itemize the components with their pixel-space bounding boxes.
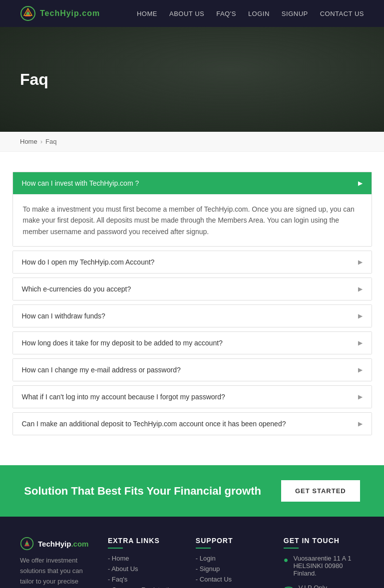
footer-extra-links-col: EXTRA LINKS - Home - About Us - Faq's - … [108,537,181,588]
faq-question-text-4: How long does it take for my deposit to … [22,339,223,347]
footer-address: Vuosaarentie 11 A 1 HELSINKI 00980 Finla… [293,555,364,577]
breadcrumb: Home › Faq [0,132,384,152]
faq-question-text-3: How can I withdraw funds? [22,312,105,320]
faq-arrow-5: ▶ [358,366,363,373]
faq-question-text-7: Can I make an additional deposit to Tech… [22,420,286,428]
nav-contact[interactable]: CONTACT US [320,10,364,17]
footer-logo-text: TechHyip.com [38,540,88,548]
svg-point-6 [25,543,28,545]
footer-link-about[interactable]: - About Us [108,565,181,573]
footer-contact-col: GET IN TOUCH ● Vuosaarentie 11 A 1 HELSI… [284,537,364,588]
footer-logo: TechHyip.com [20,537,93,551]
hero-background [0,27,384,132]
faq-item-7: Can I make an additional deposit to Tech… [12,412,372,435]
breadcrumb-home[interactable]: Home [20,138,37,145]
footer-support-signup[interactable]: - Signup [196,565,269,573]
faq-item-2: Which e-currencies do you accept?▶ [12,278,372,300]
faq-arrow-6: ▶ [358,393,363,400]
faq-question-4[interactable]: How long does it take for my deposit to … [13,332,372,354]
footer: TechHyip.com We offer investment solutio… [0,517,384,588]
faq-answer-0: To make a investment you must first beco… [13,194,372,246]
faq-arrow-0: ▶ [358,180,363,187]
logo[interactable]: TechHyip.com [20,5,100,21]
faq-arrow-3: ▶ [358,312,363,319]
footer-link-faq[interactable]: - Faq's [108,576,181,583]
faq-item-5: How can I change my e-mail address or pa… [12,358,372,381]
footer-logo-icon [20,537,34,551]
phone-icon: ☎ [284,585,294,588]
location-icon: ● [284,556,289,565]
footer-phone: V.I.P Only [299,584,327,588]
hero-title: Faq [20,70,48,89]
footer-support-login[interactable]: - Login [196,555,269,562]
footer-link-company-registration[interactable]: - Company Registration [108,586,181,588]
footer-address-item: ● Vuosaarentie 11 A 1 HELSINKI 00980 Fin… [284,555,364,577]
faq-question-text-6: What if I can't log into my account beca… [22,393,225,401]
faq-item-0: How can I invest with TechHyip.com ?▶To … [12,172,372,247]
get-started-button[interactable]: GET STARTED [281,480,360,502]
faq-question-1[interactable]: How do I open my TechHyip.com Account?▶ [13,251,372,273]
footer-support-contact[interactable]: - Contact Us [196,576,269,583]
nav-faqs[interactable]: FAQ'S [216,10,236,17]
footer-support-title: SUPPORT [196,537,269,549]
faq-question-text-1: How do I open my TechHyip.com Account? [22,258,155,266]
nav-signup[interactable]: SIGNUP [282,10,308,17]
faq-question-text-5: How can I change my e-mail address or pa… [22,366,181,374]
faq-arrow-1: ▶ [358,259,363,266]
faq-question-3[interactable]: How can I withdraw funds?▶ [13,305,372,327]
breadcrumb-separator: › [40,138,42,145]
faq-question-5[interactable]: How can I change my e-mail address or pa… [13,359,372,381]
footer-extra-links-title: EXTRA LINKS [108,537,181,549]
footer-about-col: TechHyip.com We offer investment solutio… [20,537,93,588]
nav-home[interactable]: HOME [137,10,157,17]
faq-arrow-7: ▶ [358,420,363,427]
faq-question-0[interactable]: How can I invest with TechHyip.com ?▶ [13,172,372,194]
cta-section: Solution That Best Fits Your Financial g… [0,465,384,517]
faq-item-6: What if I can't log into my account beca… [12,385,372,408]
faq-question-6[interactable]: What if I can't log into my account beca… [13,386,372,408]
faq-question-text-2: Which e-currencies do you accept? [22,285,131,293]
footer-link-home[interactable]: - Home [108,555,181,562]
main-nav: HOME ABOUT US FAQ'S LOGIN SIGNUP CONTACT… [137,10,364,17]
faq-arrow-2: ▶ [358,286,363,293]
faq-question-text-0: How can I invest with TechHyip.com ? [22,179,139,187]
footer-contact-title: GET IN TOUCH [284,537,364,549]
logo-text: TechHyip.com [40,9,100,18]
hero-section: Faq [0,27,384,132]
svg-point-3 [26,12,29,15]
faq-section: How can I invest with TechHyip.com ?▶To … [2,172,382,435]
footer-support-col: SUPPORT - Login - Signup - Contact Us [196,537,269,588]
faq-item-3: How can I withdraw funds?▶ [12,304,372,327]
cta-heading: Solution That Best Fits Your Financial g… [24,485,261,498]
faq-arrow-4: ▶ [358,339,363,346]
faq-item-4: How long does it take for my deposit to … [12,331,372,354]
logo-icon [20,5,36,21]
faq-question-7[interactable]: Can I make an additional deposit to Tech… [13,413,372,435]
faq-question-2[interactable]: Which e-currencies do you accept?▶ [13,278,372,300]
nav-about[interactable]: ABOUT US [169,10,204,17]
nav-login[interactable]: LOGIN [248,10,270,17]
footer-phone-item: ☎ V.I.P Only [284,584,364,588]
faq-item-1: How do I open my TechHyip.com Account?▶ [12,251,372,274]
footer-about-text: We offer investment solutions that you c… [20,556,93,588]
breadcrumb-current: Faq [45,138,56,145]
